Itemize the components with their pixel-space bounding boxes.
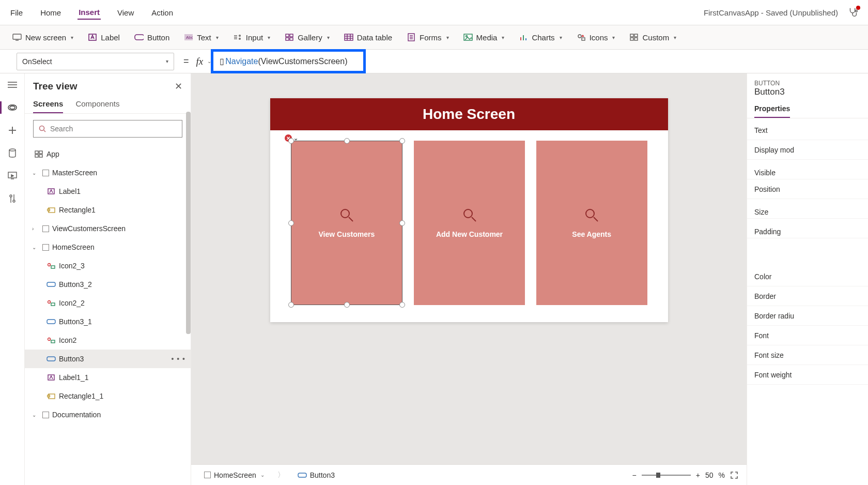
- checkbox[interactable]: [42, 412, 49, 418]
- forms-button[interactable]: Forms ▾: [407, 33, 449, 42]
- checkbox[interactable]: [204, 472, 211, 478]
- tree-item-app[interactable]: App: [25, 145, 191, 163]
- menu-insert[interactable]: Insert: [78, 6, 101, 20]
- resize-handle[interactable]: [344, 302, 350, 308]
- prop-padding[interactable]: Padding: [747, 219, 868, 238]
- card-see-agents[interactable]: See Agents: [536, 141, 647, 305]
- formula-arg: ViewCustomersScreen: [261, 57, 345, 66]
- prop-font-weight[interactable]: Font weight: [747, 365, 868, 385]
- resize-handle[interactable]: [344, 138, 350, 144]
- input-button[interactable]: Input ▾: [233, 33, 270, 42]
- chevron-down-icon[interactable]: ⌄: [260, 472, 265, 478]
- checkbox[interactable]: [42, 225, 49, 232]
- chevron-down-icon[interactable]: ⌄: [293, 135, 298, 142]
- checkbox[interactable]: [42, 170, 49, 176]
- zoom-out-button[interactable]: −: [632, 471, 637, 479]
- resize-handle[interactable]: [399, 220, 405, 226]
- tab-screens[interactable]: Screens: [33, 95, 63, 113]
- card-view-customers[interactable]: ✕ ⌄ View Customers: [291, 141, 403, 305]
- tree-item-homescreen[interactable]: ⌄HomeScreen: [25, 238, 191, 256]
- label-button[interactable]: Label: [88, 33, 120, 42]
- zoom-slider[interactable]: [642, 475, 691, 476]
- collapse-icon[interactable]: ⌄: [32, 170, 39, 176]
- prop-visible[interactable]: Visible: [747, 160, 868, 179]
- text-button[interactable]: Abc Text ▾: [184, 33, 219, 42]
- tree-item-documentation[interactable]: ⌄Documentation: [25, 405, 191, 424]
- fit-screen-icon[interactable]: [730, 471, 738, 479]
- tree-search[interactable]: [33, 120, 182, 138]
- resize-handle[interactable]: [399, 302, 405, 308]
- tab-properties[interactable]: Properties: [754, 100, 790, 118]
- menu-view[interactable]: View: [116, 6, 135, 19]
- breadcrumb-control[interactable]: Button3: [293, 469, 339, 481]
- more-icon[interactable]: • • •: [172, 355, 185, 363]
- tree-item-rectangle1-1[interactable]: Rectangle1_1: [25, 387, 191, 405]
- menu-home[interactable]: Home: [39, 6, 62, 19]
- tree-item-viewcustomers[interactable]: ›ViewCustomersScreen: [25, 219, 191, 238]
- icons-button[interactable]: Icons ▾: [577, 33, 615, 42]
- tab-components[interactable]: Components: [75, 95, 119, 113]
- tree-item-icon2-2[interactable]: Icon2_2: [25, 294, 191, 312]
- tree-item-icon2[interactable]: Icon2: [25, 331, 191, 350]
- checkbox[interactable]: [42, 244, 49, 251]
- control-name[interactable]: Button3: [754, 87, 861, 97]
- gallery-button[interactable]: Gallery ▾: [285, 33, 330, 42]
- custom-button[interactable]: Custom ▾: [629, 33, 676, 42]
- tree-item-button3[interactable]: Button3• • •: [25, 350, 191, 368]
- screen-icon: [12, 33, 22, 42]
- prop-border-radius[interactable]: Border radiu: [747, 306, 868, 326]
- search-input[interactable]: [50, 125, 177, 133]
- zoom-slider-thumb[interactable]: [656, 473, 660, 478]
- rail-tools-icon[interactable]: [6, 192, 19, 205]
- prop-display-mode[interactable]: Display mod: [747, 140, 868, 160]
- tree-item-label1-1[interactable]: Label1_1: [25, 368, 191, 387]
- tree-item-masterscreen[interactable]: ⌄MasterScreen: [25, 163, 191, 182]
- rail-tree-view-icon[interactable]: [6, 101, 19, 114]
- button-button[interactable]: Button: [134, 33, 169, 42]
- tree-item-label1[interactable]: Label1: [25, 182, 191, 201]
- media-button[interactable]: Media ▾: [463, 33, 505, 42]
- prop-size[interactable]: Size: [747, 199, 868, 219]
- app-checker-icon[interactable]: [847, 7, 859, 18]
- resize-handle[interactable]: [399, 138, 405, 144]
- close-icon[interactable]: ✕: [175, 81, 182, 92]
- formula-input[interactable]: ▯ Navigate(ViewCustomersScreen): [211, 53, 868, 70]
- scrollbar-thumb[interactable]: [186, 112, 191, 334]
- collapse-icon[interactable]: ⌄: [32, 412, 39, 418]
- new-screen-button[interactable]: New screen ▾: [12, 33, 73, 42]
- tree-item-rectangle1[interactable]: Rectangle1: [25, 201, 191, 219]
- collapse-icon[interactable]: ⌄: [32, 245, 39, 250]
- menu-file[interactable]: File: [9, 6, 24, 19]
- breadcrumb-screen[interactable]: HomeScreen ⌄: [199, 469, 269, 481]
- prop-color[interactable]: Color: [747, 267, 868, 286]
- rail-hamburger-icon[interactable]: [6, 79, 19, 91]
- card-add-customer[interactable]: Add New Customer: [414, 141, 525, 305]
- resize-handle[interactable]: [288, 138, 294, 144]
- expand-icon[interactable]: ›: [32, 226, 39, 232]
- rail-media-icon[interactable]: [6, 170, 19, 182]
- prop-font[interactable]: Font: [747, 326, 868, 345]
- menu-action[interactable]: Action: [150, 6, 174, 19]
- tree-scrollbar[interactable]: [186, 112, 191, 485]
- tree-item-icon2-3[interactable]: Icon2_3: [25, 256, 191, 275]
- tree-item-button3-1[interactable]: Button3_1: [25, 312, 191, 331]
- canvas-stage[interactable]: Home Screen ✕ ⌄ View Customers: [191, 73, 747, 464]
- resize-handle[interactable]: [288, 302, 294, 308]
- zoom-in-button[interactable]: +: [696, 471, 700, 479]
- data-table-button[interactable]: Data table: [344, 33, 392, 42]
- rail-data-icon[interactable]: [6, 147, 19, 159]
- tree-item-button3-2[interactable]: Button3_2: [25, 275, 191, 294]
- rail-add-icon[interactable]: [6, 124, 19, 137]
- prop-text[interactable]: Text: [747, 120, 868, 140]
- property-dropdown[interactable]: OnSelect ▾: [17, 53, 174, 70]
- svg-rect-74: [298, 473, 306, 477]
- search-icon: [339, 207, 354, 223]
- charts-button[interactable]: Charts ▾: [519, 33, 562, 42]
- fx-icon[interactable]: fx: [196, 56, 204, 67]
- resize-handle[interactable]: [288, 220, 294, 226]
- prop-position[interactable]: Position: [747, 179, 868, 199]
- app-screen[interactable]: Home Screen ✕ ⌄ View Customers: [270, 98, 668, 322]
- prop-font-size[interactable]: Font size: [747, 345, 868, 365]
- screen-header[interactable]: Home Screen: [270, 98, 668, 130]
- prop-border[interactable]: Border: [747, 286, 868, 306]
